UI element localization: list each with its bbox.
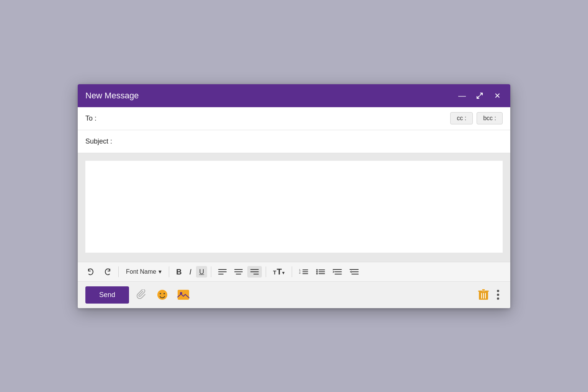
- compose-window: New Message — ✕ To : cc : bcc : Subject …: [78, 84, 510, 308]
- cc-bcc-buttons: cc : bcc :: [450, 112, 503, 124]
- cc-button[interactable]: cc :: [450, 112, 473, 124]
- svg-point-28: [157, 290, 167, 300]
- close-button[interactable]: ✕: [492, 90, 503, 101]
- attach-button[interactable]: [135, 288, 149, 302]
- to-input[interactable]: [100, 115, 450, 122]
- message-body[interactable]: [85, 161, 503, 253]
- image-button[interactable]: [176, 288, 191, 302]
- subject-row: Subject :: [78, 130, 510, 153]
- formatting-toolbar: Font Name ▾ B I U: [78, 262, 510, 281]
- paperclip-icon: [137, 289, 147, 300]
- more-options-icon: [497, 289, 500, 300]
- svg-point-30: [163, 293, 165, 294]
- outdent-button[interactable]: [346, 266, 362, 278]
- svg-point-41: [497, 297, 499, 300]
- font-dropdown-arrow: ▾: [158, 268, 162, 275]
- to-label: To :: [85, 114, 96, 122]
- unordered-list-icon: [316, 268, 325, 276]
- outdent-icon: [350, 268, 359, 276]
- text-size-icon: T T ▾: [273, 268, 285, 276]
- svg-text:2.: 2.: [299, 271, 301, 274]
- more-options-button[interactable]: [493, 288, 503, 302]
- emoji-icon: [157, 289, 168, 301]
- divider-2: [169, 266, 169, 277]
- svg-point-17: [316, 271, 318, 273]
- divider-4: [266, 266, 266, 277]
- bold-button[interactable]: B: [173, 266, 185, 278]
- undo-icon: [87, 268, 95, 276]
- expand-button[interactable]: [474, 90, 485, 101]
- align-right-button[interactable]: [247, 266, 262, 278]
- svg-point-29: [160, 293, 161, 294]
- indent-icon: [333, 268, 342, 276]
- image-icon: [177, 289, 189, 300]
- svg-point-39: [497, 290, 499, 292]
- minimize-button[interactable]: —: [457, 90, 467, 101]
- action-bar: Send: [78, 281, 510, 308]
- emoji-button[interactable]: [155, 287, 170, 302]
- indent-button[interactable]: [330, 266, 345, 278]
- italic-button[interactable]: I: [186, 266, 195, 278]
- underline-label: U: [199, 268, 204, 275]
- ordered-list-icon: 1. 2.: [299, 268, 308, 276]
- undo-button[interactable]: [84, 265, 98, 278]
- expand-icon: [476, 92, 483, 100]
- svg-point-40: [497, 294, 499, 296]
- window-controls: — ✕: [457, 90, 503, 101]
- svg-rect-31: [178, 290, 189, 300]
- divider-3: [211, 266, 211, 277]
- font-name-label: Font Name: [126, 268, 156, 275]
- text-size-button[interactable]: T T ▾: [270, 265, 288, 278]
- redo-icon: [103, 268, 111, 276]
- svg-rect-35: [482, 289, 485, 291]
- align-left-button[interactable]: [215, 266, 230, 278]
- subject-input[interactable]: [116, 138, 503, 145]
- align-center-button[interactable]: [231, 266, 246, 278]
- delete-button[interactable]: [478, 289, 489, 301]
- send-button[interactable]: Send: [85, 286, 129, 304]
- subject-label: Subject :: [85, 137, 112, 145]
- title-bar: New Message — ✕: [78, 84, 510, 107]
- svg-point-16: [316, 269, 318, 271]
- align-right-icon: [250, 268, 259, 275]
- divider-1: [118, 266, 119, 277]
- align-center-icon: [234, 268, 243, 275]
- compose-area: [78, 153, 510, 262]
- bcc-button[interactable]: bcc :: [477, 112, 503, 124]
- to-row: To : cc : bcc :: [78, 107, 510, 130]
- underline-button[interactable]: U: [196, 266, 207, 278]
- action-bar-right: [478, 288, 503, 302]
- svg-point-18: [316, 273, 318, 274]
- redo-button[interactable]: [100, 265, 114, 278]
- window-title: New Message: [85, 91, 139, 101]
- svg-text:1.: 1.: [299, 269, 301, 271]
- trash-icon: [478, 289, 489, 301]
- ordered-list-button[interactable]: 1. 2.: [296, 266, 311, 278]
- divider-5: [292, 266, 292, 277]
- align-left-icon: [218, 268, 227, 275]
- font-name-selector[interactable]: Font Name ▾: [122, 266, 165, 278]
- unordered-list-button[interactable]: [313, 266, 328, 278]
